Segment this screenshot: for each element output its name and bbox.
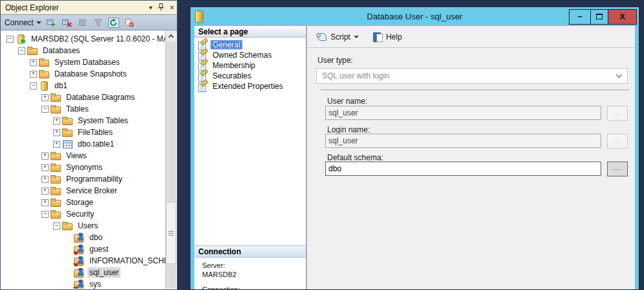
- tree-item[interactable]: db1: [1, 80, 176, 91]
- tree-vertical-scrollbar[interactable]: [165, 30, 176, 289]
- tree-item[interactable]: sql_user: [1, 267, 176, 278]
- tree-expander-icon[interactable]: [41, 199, 51, 206]
- tree-expander-icon[interactable]: [65, 258, 74, 264]
- tree-item-icon: [39, 69, 49, 79]
- tree-item-icon: [27, 45, 38, 56]
- close-icon[interactable]: ×: [170, 4, 174, 12]
- object-explorer-titlebar[interactable]: Object Explorer ▾ ×: [1, 1, 177, 15]
- tree-item[interactable]: INFORMATION_SCHEMA: [1, 255, 176, 267]
- connection-info: Server: MARSDB2 Connection:: [202, 261, 240, 290]
- user-name-input[interactable]: sql_user: [325, 106, 601, 120]
- tree-expander-icon[interactable]: [41, 211, 51, 218]
- tree-expander-icon[interactable]: [41, 176, 51, 183]
- auto-hide-pin-icon[interactable]: [157, 3, 165, 12]
- tree-item[interactable]: Tables: [1, 103, 176, 115]
- tree-expander-icon[interactable]: [65, 282, 74, 287]
- tree-expander-icon[interactable]: [41, 94, 51, 101]
- tree-expander-icon[interactable]: [65, 235, 74, 241]
- tree-expander-icon[interactable]: [41, 106, 51, 113]
- tree-expander-icon[interactable]: [53, 141, 62, 148]
- default-schema-input[interactable]: dbo: [325, 162, 601, 176]
- default-schema-browse-button[interactable]: ...: [607, 162, 628, 176]
- tree-expander-icon[interactable]: [65, 270, 74, 276]
- tree-item[interactable]: FileTables: [1, 127, 176, 138]
- connect-server-icon[interactable]: [46, 18, 57, 28]
- close-button[interactable]: X: [608, 10, 636, 24]
- tree-item[interactable]: Security: [1, 208, 176, 220]
- page-list-item[interactable]: General: [196, 40, 305, 50]
- tree-item-icon: [74, 232, 84, 243]
- minimize-button[interactable]: −: [569, 10, 590, 24]
- dialog-titlebar[interactable]: Database User - sql_user − X: [190, 7, 639, 26]
- tree-item[interactable]: Programmability: [1, 173, 176, 185]
- tree-item-icon: [51, 162, 61, 173]
- tree-expander-icon[interactable]: [30, 71, 39, 78]
- user-name-label: User name:: [327, 97, 367, 106]
- tree-expander-icon[interactable]: [53, 117, 62, 125]
- refresh-icon[interactable]: [108, 18, 119, 28]
- tree-expander-icon[interactable]: [41, 187, 51, 195]
- tree-item[interactable]: sys: [1, 278, 176, 289]
- tree-expander-icon[interactable]: [65, 247, 74, 252]
- connection-section-header: Connection: [194, 245, 306, 258]
- tree-item-icon: [16, 34, 26, 44]
- user-type-combobox[interactable]: SQL user with login: [316, 68, 628, 84]
- help-book-icon: [373, 32, 383, 42]
- tree-item-icon: [62, 221, 73, 231]
- tree-expander-icon[interactable]: [30, 82, 39, 90]
- page-list-item[interactable]: Owned Schemas: [196, 50, 305, 60]
- tree-item[interactable]: System Tables: [1, 115, 176, 127]
- user-type-label: User type:: [317, 56, 353, 65]
- tree-item[interactable]: Database Snapshots: [1, 68, 176, 80]
- tree-item[interactable]: Users: [1, 220, 176, 232]
- disconnect-server-icon[interactable]: [62, 18, 73, 28]
- user-name-browse-button: ...: [607, 106, 628, 121]
- tree-expander-icon[interactable]: [18, 47, 27, 54]
- tree-item[interactable]: System Databases: [1, 56, 176, 68]
- chevron-up-icon: [168, 34, 174, 40]
- tree-item[interactable]: MARSDB2 (SQL Server 11.0.6020 - MARSD: [1, 33, 176, 45]
- tree-item[interactable]: Storage: [1, 197, 176, 208]
- server-label: Server:: [202, 261, 240, 270]
- help-button[interactable]: Help: [371, 30, 405, 43]
- page-list-item[interactable]: Securables: [196, 71, 305, 81]
- connect-button[interactable]: Connect: [5, 18, 41, 27]
- tree-expander-icon[interactable]: [53, 223, 62, 230]
- tree-expander-icon[interactable]: [41, 152, 51, 160]
- tree-item-icon: [39, 57, 49, 67]
- chevron-down-icon: [354, 36, 359, 38]
- tree-item[interactable]: dbo.table1: [1, 138, 176, 150]
- tree-expander-icon[interactable]: [30, 59, 39, 66]
- tree-item-icon: [51, 197, 61, 208]
- tree-item-icon: [51, 174, 61, 184]
- page-list-item[interactable]: Membership: [196, 60, 305, 71]
- tree-item[interactable]: guest: [1, 243, 176, 255]
- scrollbar-thumb[interactable]: [166, 202, 176, 264]
- tree-expander-icon[interactable]: [41, 164, 51, 171]
- tree-item-icon: [62, 127, 73, 138]
- tree-item[interactable]: dbo: [1, 232, 176, 243]
- disabled-user-badge-icon: [73, 263, 78, 267]
- tree-item[interactable]: Views: [1, 150, 176, 162]
- maximize-button[interactable]: [590, 10, 608, 24]
- tree-item-icon: [74, 279, 84, 289]
- connection-label: Connection:: [202, 285, 240, 290]
- page-list-item[interactable]: Extended Properties: [196, 81, 305, 91]
- script-error-icon[interactable]: [124, 18, 135, 28]
- stop-icon: [77, 18, 88, 28]
- tree-item[interactable]: Databases: [1, 45, 176, 56]
- tree-expander-icon[interactable]: [53, 129, 62, 136]
- scrollbar-up-button[interactable]: [166, 30, 176, 42]
- script-button[interactable]: Script: [314, 30, 362, 43]
- login-name-input[interactable]: sql_user: [325, 134, 601, 148]
- tree-item[interactable]: Database Diagrams: [1, 91, 176, 103]
- object-explorer-toolbar: Connect: [1, 15, 177, 30]
- tree-item-icon: [74, 256, 84, 266]
- tree-item-icon: [51, 151, 61, 161]
- tree-expander-icon[interactable]: [6, 36, 16, 43]
- tree-item[interactable]: Service Broker: [1, 185, 176, 197]
- tree-item[interactable]: Synonyms: [1, 162, 176, 173]
- window-position-chevron-icon[interactable]: ▾: [149, 5, 152, 11]
- login-name-browse-button: ...: [607, 134, 628, 149]
- tree-item-icon: [51, 92, 61, 103]
